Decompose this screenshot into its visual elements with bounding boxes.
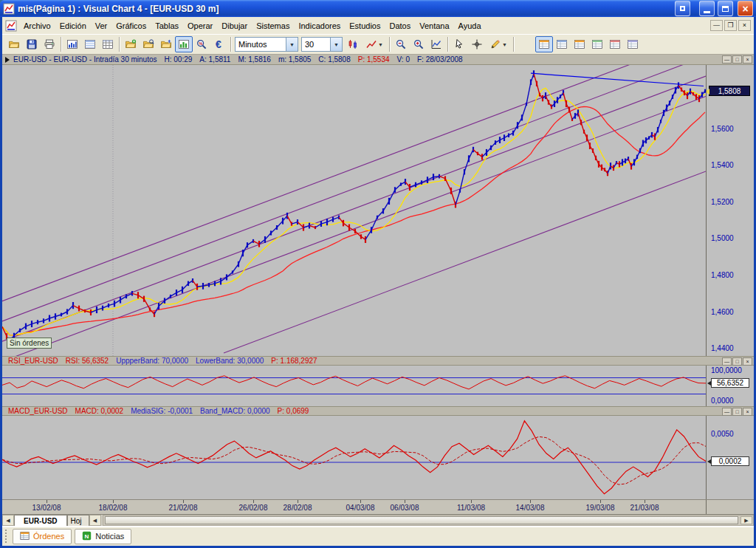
window-frame: ArchivoEdiciónVerGráficosTablasOperarDib…: [0, 17, 756, 548]
chevron-down-icon[interactable]: ▼: [286, 38, 298, 51]
zoom-in-button[interactable]: [410, 36, 427, 52]
quote-table-6-button[interactable]: [624, 36, 642, 52]
panel-minimize-button[interactable]: —: [722, 408, 732, 416]
folder-view-icon: [142, 38, 154, 50]
scrollbar-thumb[interactable]: [105, 516, 738, 524]
bar-table-2-button[interactable]: [81, 36, 99, 52]
chart-pointer-button[interactable]: [427, 36, 445, 52]
maximize-icon: [722, 6, 729, 12]
folder-up-button[interactable]: [157, 36, 175, 52]
folder-view-button[interactable]: [140, 36, 157, 52]
print-button[interactable]: [41, 36, 58, 52]
last-price-box: 1,5808: [709, 86, 750, 96]
close-button[interactable]: ×: [738, 1, 753, 16]
rsi-chart-canvas[interactable]: [2, 366, 706, 406]
bar-table-button[interactable]: [63, 36, 81, 52]
panel-minimize-button[interactable]: —: [722, 357, 732, 366]
date-tick: [600, 500, 601, 503]
bar-table-3-button[interactable]: [99, 36, 117, 52]
macd-header-field: MediaSIG: -0,0001: [131, 407, 193, 415]
menu-ventana[interactable]: Ventana: [415, 19, 453, 32]
quote-table-5-button[interactable]: [606, 36, 624, 52]
square-icon: [680, 6, 685, 11]
toolbar-separator: [447, 37, 448, 52]
menu-operar[interactable]: Operar: [183, 19, 217, 32]
menu-indicadores[interactable]: Indicadores: [294, 19, 345, 32]
crosshair-button[interactable]: [468, 36, 486, 52]
chevron-down-icon[interactable]: ▼: [330, 38, 342, 51]
price-header-field: V: 0: [397, 55, 410, 64]
menu-edicion[interactable]: Edición: [55, 19, 91, 32]
save-button[interactable]: [23, 36, 41, 52]
news-tab-label: Noticias: [95, 532, 124, 541]
minimize-button[interactable]: [699, 1, 715, 16]
line-chart-button[interactable]: ▼: [362, 36, 387, 52]
mdi-restore-button[interactable]: ❐: [724, 20, 737, 31]
zoom-out-button[interactable]: [392, 36, 410, 52]
menu-sistemas[interactable]: Sistemas: [252, 19, 294, 32]
date-axis-label: 28/02/08: [284, 504, 312, 512]
orders-tab[interactable]: Órdenes: [13, 529, 72, 544]
menu-estudios[interactable]: Estudios: [345, 19, 385, 32]
orders-tab-label: Órdenes: [33, 532, 64, 541]
news-tab[interactable]: N Noticias: [75, 529, 131, 544]
open-folder-button[interactable]: [5, 36, 23, 52]
menu-graficos[interactable]: Gráficos: [111, 19, 151, 32]
interval-combo[interactable]: 30▼: [301, 37, 343, 52]
menu-dibujar[interactable]: Dibujar: [217, 19, 252, 32]
menu-ayuda[interactable]: Ayuda: [454, 19, 486, 32]
mdi-close-button[interactable]: ×: [738, 20, 751, 31]
maximize-button[interactable]: [718, 1, 733, 16]
bar-table-2-icon: [84, 38, 96, 50]
quote-table-4-button[interactable]: [588, 36, 606, 52]
panel-restore-button[interactable]: □: [732, 408, 742, 416]
date-tick: [183, 500, 184, 503]
sheet-tab-hoj[interactable]: Hoj: [67, 515, 89, 526]
pencil-icon: [489, 38, 501, 50]
menu-archivo[interactable]: Archivo: [19, 19, 55, 32]
euro-icon: €: [213, 38, 225, 50]
chart-green-icon: [178, 38, 190, 50]
euro-button[interactable]: €: [210, 36, 228, 52]
quote-table-2-button[interactable]: [553, 36, 571, 52]
date-tick: [47, 500, 47, 503]
date-tick: [298, 500, 298, 503]
macd-chart-canvas[interactable]: [2, 416, 706, 499]
panel-restore-button[interactable]: □: [732, 357, 742, 366]
panel-restore-button[interactable]: □: [732, 55, 742, 64]
rsi-panel-row: 100,00000,000056,6352: [2, 366, 754, 406]
horizontal-scrollbar[interactable]: ▶: [103, 515, 754, 526]
panel-close-button[interactable]: ×: [743, 55, 752, 64]
sheet-tab-eur-usd[interactable]: EUR-USD: [14, 515, 67, 526]
panel-close-button[interactable]: ×: [743, 408, 752, 416]
tab-scroll-left-button[interactable]: ◀: [2, 515, 14, 526]
pencil-button[interactable]: ▼: [486, 36, 511, 52]
window-extra-button[interactable]: [675, 1, 690, 16]
toolbar-separator: [230, 37, 231, 52]
price-axis-label: 1,4400: [711, 344, 734, 352]
chart-green-button[interactable]: [175, 36, 193, 52]
panel-close-button[interactable]: ×: [743, 357, 752, 366]
menu-tablas[interactable]: Tablas: [151, 19, 183, 32]
panel-minimize-button[interactable]: —: [722, 55, 732, 64]
candles-button[interactable]: [344, 36, 362, 52]
mdi-window-controls: — ❐ ×: [710, 20, 751, 31]
period-combo[interactable]: Minutos▼: [235, 37, 298, 52]
price-chart-canvas[interactable]: Sin órdenes: [2, 65, 706, 356]
menu-ver[interactable]: Ver: [91, 19, 112, 32]
zoom-percent-button[interactable]: %: [193, 36, 210, 52]
scroll-left-button[interactable]: ◀: [89, 515, 101, 526]
quote-table-1-button[interactable]: [535, 36, 553, 52]
menu-datos[interactable]: Datos: [385, 19, 415, 32]
interval-combo-value: 30: [305, 40, 329, 49]
crosshair-icon: [471, 38, 483, 50]
date-tick: [253, 500, 254, 503]
mdi-minimize-button[interactable]: —: [710, 20, 723, 31]
quote-table-3-button[interactable]: [571, 36, 588, 52]
scroll-right-button[interactable]: ▶: [740, 516, 752, 524]
folder-new-icon: [125, 38, 137, 50]
rsi-panel-controls: — □ ×: [722, 357, 752, 366]
folder-new-button[interactable]: [122, 36, 140, 52]
pointer-button[interactable]: [450, 36, 468, 52]
quote-table-6-icon: [627, 38, 639, 50]
